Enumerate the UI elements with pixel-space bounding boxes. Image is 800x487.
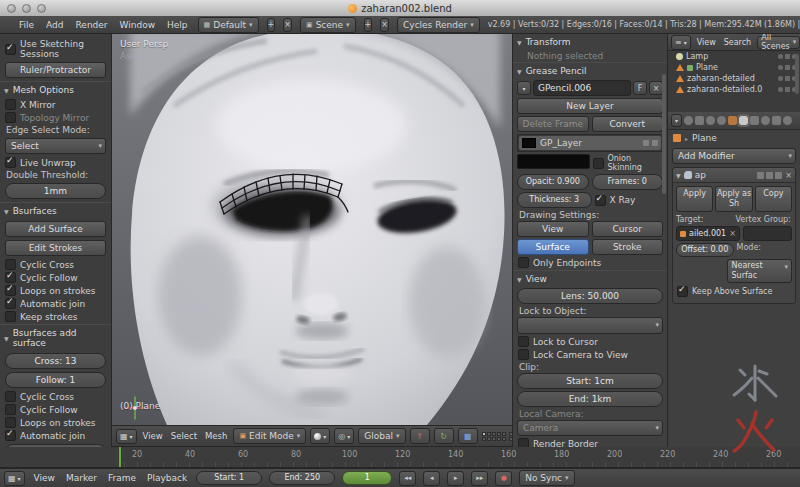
world-tab-icon[interactable]: [717, 116, 726, 125]
cyclic-cross-checkbox[interactable]: Cyclic Cross: [5, 259, 106, 270]
add-cyclic-cross-checkbox[interactable]: Cyclic Cross: [5, 391, 106, 402]
manipulator-scale-icon[interactable]: ■: [458, 428, 478, 444]
draw-stroke-button[interactable]: Stroke: [592, 239, 664, 255]
x-ray-checkbox[interactable]: X Ray: [595, 192, 664, 208]
modifier-header[interactable]: ▼ ap ×: [673, 168, 795, 183]
draw-cursor-button[interactable]: Cursor: [592, 221, 664, 237]
outliner-scrollbar[interactable]: [795, 54, 799, 94]
gpencil-browse-icon[interactable]: ▾: [517, 81, 531, 95]
mod-edit-toggle-icon[interactable]: [775, 172, 782, 179]
menu-file[interactable]: File: [17, 20, 36, 30]
menu-help[interactable]: Help: [165, 20, 190, 30]
properties-editor-icon[interactable]: ▾: [671, 114, 682, 127]
new-layer-button[interactable]: New Layer: [517, 98, 663, 114]
outliner-item-plane[interactable]: Plane: [668, 62, 800, 73]
vertex-group-field[interactable]: [743, 226, 792, 241]
viewport-menu-mesh[interactable]: Mesh: [203, 431, 229, 441]
jump-to-end-button[interactable]: ▸▸: [471, 471, 488, 486]
titlebar[interactable]: zaharan002.blend: [0, 0, 800, 17]
view-panel-header[interactable]: View: [513, 270, 667, 286]
edit-strokes-button[interactable]: Edit Strokes: [5, 240, 106, 256]
physics-tab-icon[interactable]: [783, 116, 792, 125]
loops-on-strokes-checkbox[interactable]: Loops on strokes: [5, 285, 106, 296]
pivot-dropdown[interactable]: ◎▾: [334, 428, 354, 444]
grease-pencil-panel-header[interactable]: Grease Pencil: [513, 62, 667, 78]
draw-surface-button[interactable]: Surface: [517, 239, 589, 255]
mode-dropdown[interactable]: ▣Edit Mode▾: [233, 428, 306, 444]
properties-scrollbar[interactable]: [662, 74, 666, 194]
menu-window[interactable]: Window: [118, 20, 158, 30]
play-button[interactable]: ▸: [447, 471, 464, 486]
onion-skinning-checkbox[interactable]: Onion Skinning: [593, 154, 664, 172]
visibility-icon[interactable]: [778, 65, 783, 70]
add-modifier-dropdown[interactable]: Add Modifier: [672, 148, 796, 164]
scene-add-button[interactable]: +: [364, 18, 373, 32]
visibility-icon[interactable]: [778, 76, 783, 81]
timeline-menu-frame[interactable]: Frame: [106, 473, 138, 483]
timeline-ruler[interactable]: 20 40 60 80 100 120 140 160 180 200 220 …: [0, 447, 800, 468]
layer-color-chip[interactable]: [522, 138, 536, 148]
selectability-icon[interactable]: [785, 54, 790, 59]
manipulator-rotate-icon[interactable]: ↻: [434, 428, 454, 444]
bsurfaces-add-panel-header[interactable]: Bsurfaces add surface: [0, 324, 111, 350]
outliner-item-lamp[interactable]: Lamp: [668, 51, 800, 62]
shading-dropdown[interactable]: ▾: [310, 428, 330, 444]
object-tab-icon[interactable]: [728, 116, 737, 125]
clip-end-slider[interactable]: End: 1km: [517, 391, 663, 407]
outliner-item-zaharan-detailed[interactable]: zaharan-detailed: [668, 73, 800, 84]
double-threshold-field[interactable]: 1mm: [5, 183, 106, 199]
scene-dropdown[interactable]: ▣Scene▾: [300, 17, 356, 33]
keep-strokes-checkbox[interactable]: Keep strokes: [5, 311, 106, 322]
frames-field[interactable]: Frames: 0: [592, 174, 664, 190]
manipulator-translate-icon[interactable]: ↑: [410, 428, 430, 444]
play-reverse-button[interactable]: ◂: [423, 471, 440, 486]
viewport-menu-view[interactable]: View: [141, 431, 165, 441]
offset-field[interactable]: Offset: 0.00: [676, 243, 734, 257]
timeline-editor-icon[interactable]: ▦▾: [4, 471, 25, 486]
lock-to-cursor-checkbox[interactable]: Lock to Cursor: [518, 336, 662, 347]
live-unwrap-checkbox[interactable]: Live Unwrap: [5, 157, 106, 168]
mod-render-toggle-icon[interactable]: [757, 172, 764, 179]
menu-render[interactable]: Render: [74, 20, 110, 30]
add-automatic-join-checkbox[interactable]: Automatic join: [5, 430, 106, 441]
thickness-slider[interactable]: Thickness: 3: [517, 192, 592, 208]
gpencil-name-field[interactable]: GPencil.006: [533, 80, 631, 96]
apply-button[interactable]: Apply: [676, 186, 713, 212]
render-layers-tab-icon[interactable]: [695, 116, 704, 125]
scene-delete-button[interactable]: ×: [380, 18, 389, 32]
data-tab-icon[interactable]: [750, 116, 759, 125]
mod-view-toggle-icon[interactable]: [766, 172, 773, 179]
menu-add[interactable]: Add: [44, 20, 65, 30]
orientation-dropdown[interactable]: Global▾: [358, 428, 405, 444]
target-field[interactable]: ailed.001×: [676, 226, 740, 241]
material-tab-icon[interactable]: [761, 116, 770, 125]
lock-object-field[interactable]: [517, 317, 663, 334]
edge-select-mode-dropdown[interactable]: Select: [5, 138, 106, 154]
lock-camera-checkbox[interactable]: Lock Camera to View: [518, 349, 662, 360]
draw-view-button[interactable]: View: [517, 221, 589, 237]
ruler-protractor-button[interactable]: Ruler/Protractor: [5, 62, 106, 78]
current-frame-marker[interactable]: [119, 447, 121, 467]
topology-mirror-checkbox[interactable]: Topology Mirror: [5, 112, 106, 123]
render-border-checkbox[interactable]: Render Border: [518, 438, 662, 447]
layer-lock-icon[interactable]: [643, 140, 649, 146]
stroke-color-swatch[interactable]: [517, 154, 590, 169]
transform-panel-header[interactable]: Transform: [513, 34, 667, 49]
outliner-menu-search[interactable]: Search: [722, 38, 753, 47]
viewport-menu-select[interactable]: Select: [169, 431, 199, 441]
timeline-menu-marker[interactable]: Marker: [64, 473, 99, 483]
add-surface-button[interactable]: Add Surface: [5, 221, 106, 237]
clip-start-slider[interactable]: Start: 1cm: [517, 373, 663, 389]
sync-dropdown[interactable]: No Sync▾: [519, 470, 574, 486]
layout-add-button[interactable]: +: [267, 18, 276, 32]
current-frame-field[interactable]: 1: [342, 471, 392, 485]
apply-as-shape-button[interactable]: Apply as Sh: [715, 186, 752, 212]
viewport-3d[interactable]: User Persp Assers (0) Plane: [112, 34, 512, 425]
selectability-icon[interactable]: [785, 87, 790, 92]
gp-layer-row[interactable]: GP_Layer: [519, 136, 661, 150]
layer-hide-icon[interactable]: [652, 140, 658, 146]
modifier-delete-icon[interactable]: ×: [785, 171, 792, 180]
delete-frame-button[interactable]: Delete Frame: [517, 116, 589, 132]
visibility-icon[interactable]: [778, 54, 783, 59]
opacity-slider[interactable]: Opacit: 0.900: [517, 174, 589, 190]
